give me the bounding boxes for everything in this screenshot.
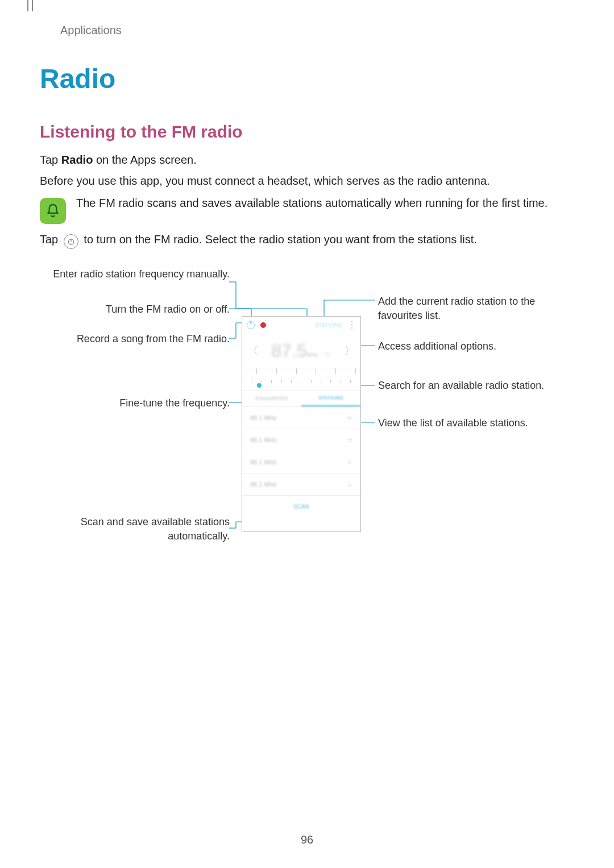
frequency-display[interactable]: 87.5MHz ☆: [271, 339, 331, 363]
p1-suffix: on the Apps screen.: [93, 153, 196, 166]
callout-search-station: Search for an available radio station.: [378, 379, 566, 392]
prev-station-icon[interactable]: 〈: [248, 344, 258, 358]
callout-scan: Scan and save available stations automat…: [42, 515, 230, 543]
frequency-value: 87.5: [271, 339, 306, 363]
dial-indicator-icon: [257, 383, 262, 388]
tab-favourites[interactable]: FAVOURITES: [242, 391, 301, 406]
callout-fine-tune: Fine-tune the frequency.: [42, 396, 230, 410]
station-row[interactable]: 88.1 MHz ☆: [242, 451, 360, 473]
scan-row[interactable]: SCAN: [242, 495, 360, 517]
paragraph-2: Before you use this app, you must connec…: [40, 173, 574, 189]
page-title: Radio: [40, 61, 574, 98]
favourite-star-icon[interactable]: ☆: [324, 350, 331, 359]
station-star-icon[interactable]: ☆: [347, 436, 352, 445]
paragraph-1: Tap Radio on the Apps screen.: [40, 152, 574, 168]
section-heading: Listening to the FM radio: [40, 121, 574, 144]
station-row[interactable]: 88.1 MHz ☆: [242, 429, 360, 451]
power-toggle-icon[interactable]: [247, 321, 255, 329]
next-station-icon[interactable]: 〉: [345, 344, 355, 358]
radio-app-mock: STATIONS ⋮ 〈 87.5MHz ☆ 〉: [242, 316, 361, 532]
note-text: The FM radio scans and saves available s…: [76, 196, 574, 211]
tab-stations[interactable]: STATIONS: [301, 391, 360, 406]
toolbar-stations-label[interactable]: STATIONS: [314, 322, 342, 330]
callout-record: Record a song from the FM radio.: [42, 332, 230, 346]
frequency-dial[interactable]: [242, 368, 360, 390]
station-label: 88.1 MHz: [250, 480, 277, 489]
callout-power-toggle: Turn the FM radio on or off.: [42, 302, 230, 316]
station-row[interactable]: 88.1 MHz ☆: [242, 473, 360, 495]
station-star-icon[interactable]: ☆: [347, 458, 352, 467]
station-label: 88.1 MHz: [250, 414, 277, 422]
p1-prefix: Tap: [40, 153, 61, 166]
station-label: 88.1 MHz: [250, 436, 277, 445]
record-icon[interactable]: [260, 322, 266, 328]
callout-enter-frequency: Enter radio station frequency manually.: [42, 267, 230, 281]
page-tab-notch: [27, 0, 33, 11]
breadcrumb: Applications: [60, 23, 574, 38]
station-star-icon[interactable]: ☆: [347, 414, 352, 422]
callout-add-favourite: Add the current radio station to the fav…: [378, 294, 566, 322]
station-star-icon[interactable]: ☆: [347, 480, 352, 489]
station-row[interactable]: 88.1 MHz ☆: [242, 406, 360, 429]
more-options-icon[interactable]: ⋮: [348, 321, 356, 329]
frequency-row: 〈 87.5MHz ☆ 〉: [242, 334, 360, 368]
station-label: 88.1 MHz: [250, 458, 277, 467]
p1-bold: Radio: [61, 153, 93, 166]
frequency-unit: MHz: [307, 352, 319, 358]
p3-suffix: to turn on the FM radio. Select the radi…: [81, 233, 477, 246]
p3-prefix: Tap: [40, 233, 61, 246]
page-number: 96: [0, 832, 614, 848]
radio-toolbar: STATIONS ⋮: [242, 317, 360, 334]
power-icon: [64, 234, 78, 249]
callout-more-options: Access additional options.: [378, 339, 566, 353]
scan-label: SCAN: [293, 503, 309, 511]
note-block: The FM radio scans and saves available s…: [40, 196, 574, 224]
station-tabs: FAVOURITES STATIONS: [242, 390, 360, 406]
callout-view-station-list: View the list of available stations.: [378, 416, 566, 430]
radio-diagram: Enter radio station frequency manually. …: [40, 266, 574, 562]
paragraph-3: Tap to turn on the FM radio. Select the …: [40, 232, 574, 249]
note-bell-icon: [40, 198, 66, 224]
